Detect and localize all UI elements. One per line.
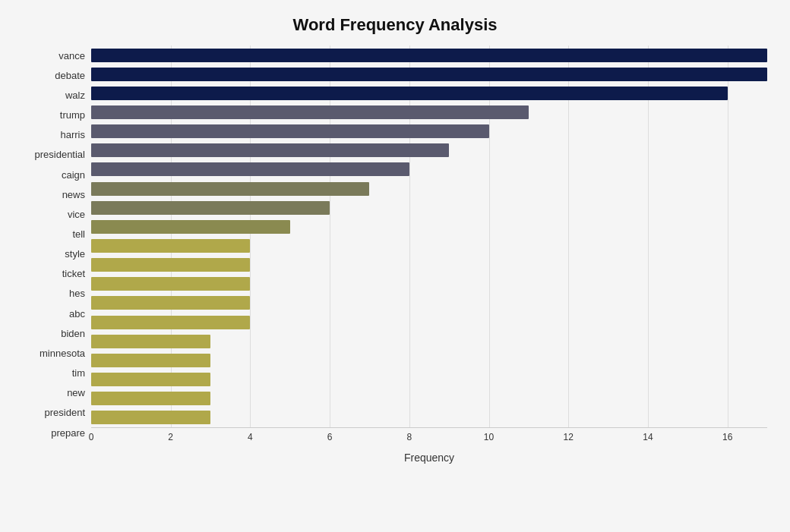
y-label: hes (69, 284, 85, 304)
x-tick-label: 4 (248, 432, 253, 442)
y-label: abc (69, 304, 85, 323)
bar-row (91, 238, 767, 254)
x-tick-label: 6 (327, 432, 333, 442)
bar-row (91, 85, 767, 102)
bar (91, 239, 250, 253)
bar-row (91, 314, 767, 331)
bar-row (91, 47, 767, 64)
bar (91, 277, 250, 291)
y-label: news (62, 184, 85, 204)
y-label: new (67, 383, 85, 403)
bar (91, 162, 409, 176)
y-label: caign (62, 165, 85, 184)
x-axis: 0246810121416 (91, 427, 767, 449)
x-tick-label: 14 (643, 432, 653, 442)
bar (91, 335, 210, 348)
y-label: presidential (35, 145, 86, 165)
y-label: tell (72, 224, 85, 244)
y-label: prepare (51, 423, 85, 442)
bar (91, 411, 210, 424)
y-label: harris (60, 125, 85, 145)
x-tick-label: 16 (722, 432, 732, 442)
x-tick-label: 10 (484, 432, 494, 442)
bar (91, 182, 369, 196)
bar-row (91, 409, 767, 426)
bar (91, 316, 250, 329)
bar (91, 49, 767, 62)
bars-column (91, 46, 767, 427)
bar-row (91, 181, 767, 197)
bar-row (91, 200, 767, 216)
bar-row (91, 371, 767, 388)
bars-grid (91, 46, 767, 427)
y-label: tim (72, 364, 85, 383)
y-label: biden (61, 323, 85, 343)
bar-row (91, 123, 767, 140)
bar (91, 87, 728, 100)
bar (91, 143, 449, 157)
y-label: debate (55, 65, 85, 85)
bar-row (91, 219, 767, 235)
x-axis-title: Frequency (91, 452, 767, 464)
x-tick-label: 0 (89, 432, 94, 442)
bar (91, 373, 210, 386)
bar-row (91, 66, 767, 83)
bar (91, 392, 210, 405)
bar-row (91, 161, 767, 178)
y-label: minnesota (40, 343, 85, 363)
bar (91, 354, 210, 367)
y-label: trump (60, 105, 85, 124)
y-label: vance (58, 46, 85, 65)
bar-row (91, 390, 767, 407)
chart-container: Word Frequency Analysis vancedebatewalzt… (0, 0, 790, 532)
bar-row (91, 142, 767, 159)
bar (91, 105, 529, 119)
bar (91, 68, 767, 81)
bar-row (91, 294, 767, 311)
bar (91, 258, 250, 272)
y-label: president (45, 403, 85, 423)
bar-row (91, 352, 767, 369)
bar-row (91, 275, 767, 292)
x-tick-label: 12 (564, 432, 574, 442)
y-label: style (65, 244, 85, 264)
bars-and-xaxis: 0246810121416 Frequency (91, 46, 767, 464)
bar (91, 220, 290, 234)
y-label: walz (65, 85, 85, 105)
y-label: ticket (62, 264, 85, 284)
bar (91, 296, 250, 310)
x-tick-label: 2 (168, 432, 173, 442)
chart-title: Word Frequency Analysis (23, 15, 767, 35)
chart-area: vancedebatewalztrumpharrispresidentialca… (23, 46, 767, 464)
bar-row (91, 333, 767, 350)
bar (91, 124, 489, 138)
y-label: vice (68, 204, 85, 224)
bar-row (91, 104, 767, 121)
x-tick-label: 8 (406, 432, 412, 442)
y-axis-labels: vancedebatewalztrumpharrispresidentialca… (23, 46, 91, 464)
bar (91, 201, 330, 215)
bar-row (91, 257, 767, 273)
